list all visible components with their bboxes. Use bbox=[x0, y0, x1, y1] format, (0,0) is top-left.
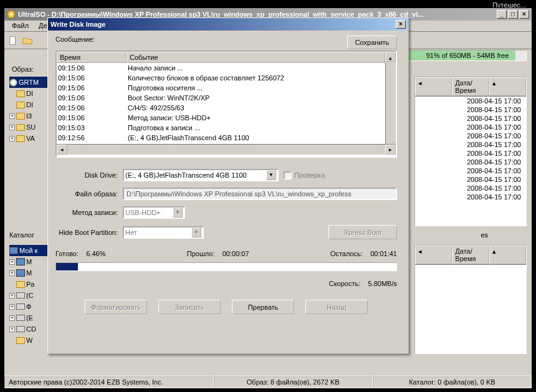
list-item[interactable]: 2008-04-15 17:00 bbox=[415, 131, 526, 140]
expand-icon[interactable]: + bbox=[9, 259, 15, 265]
status-catalog-files: Каталог: 0 файла(ов), 0 KB bbox=[373, 376, 532, 388]
log-listbox[interactable]: Время Событие ▴ 09:15:06Начало записи ..… bbox=[55, 50, 397, 158]
tree-item[interactable]: +(E bbox=[9, 312, 52, 323]
list-item[interactable]: 2008-04-15 17:00 bbox=[415, 184, 526, 193]
es-label-fragment: es bbox=[481, 231, 488, 239]
column-date[interactable]: Дата/Время bbox=[452, 246, 489, 264]
scroll-left-button[interactable]: ◂ bbox=[57, 145, 67, 155]
log-row[interactable]: 09:15:03Подготовка к записи ... bbox=[57, 123, 396, 133]
svg-point-1 bbox=[10, 13, 12, 16]
tree-item[interactable]: +SU bbox=[9, 122, 52, 133]
elapsed-value: 00:00:07 bbox=[223, 250, 249, 257]
dialog-titlebar[interactable]: Write Disk Image × bbox=[48, 18, 408, 31]
minimize-button[interactable]: _ bbox=[497, 10, 507, 19]
toolbar-open-icon[interactable] bbox=[21, 34, 34, 47]
local-tree[interactable]: Мой к +M +M Pa +(C +Ф +(E +CD W bbox=[9, 245, 52, 354]
expand-icon[interactable]: + bbox=[9, 113, 15, 119]
list-item[interactable]: 2008-04-15 17:00 bbox=[415, 140, 526, 149]
log-row[interactable]: 09:15:06Количество блоков в образе соста… bbox=[57, 73, 396, 83]
drive-icon bbox=[16, 304, 25, 310]
write-disk-image-dialog: Write Disk Image × Сообщение: Сохранить … bbox=[47, 17, 409, 354]
list-item[interactable]: 2008-04-15 17:00 bbox=[415, 149, 526, 158]
catalog-label: Каталог bbox=[9, 231, 34, 239]
column-date[interactable]: Дата/Время bbox=[452, 77, 489, 96]
app-icon bbox=[7, 10, 16, 19]
close-button[interactable]: × bbox=[519, 10, 529, 19]
scroll-left[interactable]: ◂ bbox=[415, 77, 452, 96]
scroll-up[interactable]: ▴ bbox=[489, 77, 526, 96]
tree-item[interactable]: DI bbox=[9, 99, 52, 110]
list-item[interactable]: 2008-04-15 17:00 bbox=[415, 114, 526, 123]
image-file-list[interactable]: ◂Дата/Время▴ 2008-04-15 17:002008-04-15 … bbox=[414, 77, 527, 226]
done-label: Готово: bbox=[55, 250, 79, 257]
list-item[interactable]: 2008-04-15 17:00 bbox=[415, 123, 526, 131]
progress-bar bbox=[55, 262, 397, 271]
tree-item[interactable]: +VA bbox=[9, 133, 52, 144]
list-item[interactable]: 2008-04-15 17:00 bbox=[415, 97, 526, 105]
verify-checkbox: Проверка bbox=[284, 171, 325, 179]
scroll-up-button[interactable]: ▴ bbox=[385, 52, 396, 62]
tree-item[interactable]: +(C bbox=[9, 290, 52, 301]
list-item[interactable]: 2008-04-15 17:00 bbox=[415, 166, 526, 175]
drive-icon bbox=[16, 315, 25, 321]
elapsed-label: Прошло: bbox=[187, 250, 215, 257]
list-item[interactable]: 2008-04-15 17:00 bbox=[415, 175, 526, 184]
status-bar: Авторские права (c)2002-2014 EZB Systems… bbox=[4, 376, 532, 388]
column-time[interactable]: Время bbox=[57, 52, 127, 63]
disk-drive-dropdown[interactable]: (E:, 4 GB)JetFlashTranscend 4GB 1100▼ bbox=[123, 169, 279, 181]
log-row[interactable]: 09:15:06Начало записи ... bbox=[57, 63, 396, 73]
expand-icon[interactable]: + bbox=[9, 293, 15, 299]
scroll-right-button[interactable]: ▸ bbox=[385, 145, 396, 155]
local-file-list[interactable]: ◂Дата/Время▴ bbox=[414, 245, 527, 354]
tree-item[interactable]: Pa bbox=[9, 279, 52, 290]
abort-button[interactable]: Прервать bbox=[232, 300, 294, 314]
tree-item[interactable]: +CD bbox=[9, 323, 52, 335]
chevron-down-icon[interactable]: ▼ bbox=[266, 170, 276, 180]
tree-item[interactable]: +M bbox=[9, 267, 52, 279]
expand-icon[interactable]: + bbox=[9, 327, 15, 332]
expand-icon[interactable]: + bbox=[9, 315, 15, 321]
column-event[interactable]: Событие bbox=[127, 52, 385, 63]
remaining-value: 00:01:41 bbox=[370, 250, 397, 257]
cd-drive-icon bbox=[16, 326, 25, 332]
save-button[interactable]: Сохранить bbox=[347, 36, 397, 49]
folder-icon bbox=[16, 90, 25, 97]
image-file-field: D:\Программы\Windows XP Professional sp3… bbox=[123, 188, 397, 200]
expand-icon[interactable]: + bbox=[9, 125, 15, 130]
folder-icon bbox=[16, 281, 25, 288]
log-row[interactable]: 09:12:56(E:, 4 GB)JetFlashTranscend 4GB … bbox=[57, 133, 396, 143]
computer-icon bbox=[9, 247, 18, 254]
tree-root[interactable]: GRTM bbox=[9, 77, 52, 88]
format-button: Форматировать bbox=[85, 300, 147, 314]
tree-item[interactable]: DI bbox=[9, 88, 52, 99]
log-row[interactable]: 09:15:06Подготовка носителя ... bbox=[57, 83, 396, 93]
chevron-down-icon: ▼ bbox=[173, 208, 183, 218]
log-row[interactable]: 09:15:06Boot Sector: WinNT/2K/XP bbox=[57, 93, 396, 103]
folder-icon bbox=[16, 124, 25, 131]
expand-icon[interactable]: + bbox=[9, 136, 15, 141]
list-item[interactable]: 2008-04-15 17:00 bbox=[415, 105, 526, 114]
speed-value: 5.80MB/s bbox=[368, 280, 397, 287]
expand-icon[interactable]: + bbox=[9, 270, 15, 276]
expand-icon[interactable]: + bbox=[9, 304, 15, 310]
image-tree[interactable]: GRTM DI DI +I3 +SU +VA bbox=[9, 77, 52, 226]
scroll-up[interactable]: ▴ bbox=[489, 246, 526, 264]
tree-item[interactable]: W bbox=[9, 335, 52, 346]
chevron-down-icon: ▼ bbox=[191, 227, 201, 237]
toolbar-new-icon[interactable] bbox=[7, 34, 19, 47]
list-item[interactable]: 2008-04-15 17:00 bbox=[415, 193, 526, 201]
maximize-button[interactable]: □ bbox=[508, 10, 518, 19]
tree-item[interactable]: +M bbox=[9, 256, 52, 267]
folder-icon bbox=[16, 102, 25, 108]
scroll-left[interactable]: ◂ bbox=[415, 246, 452, 264]
speed-label: Скорость: bbox=[329, 280, 361, 287]
computer-icon bbox=[16, 269, 25, 277]
dialog-close-button[interactable]: × bbox=[396, 20, 406, 29]
log-row[interactable]: 09:15:06Метод записи: USB-HDD+ bbox=[57, 113, 396, 123]
menu-file[interactable]: Файл bbox=[7, 21, 34, 31]
tree-item[interactable]: +Ф bbox=[9, 301, 52, 312]
list-item[interactable]: 2008-04-15 17:00 bbox=[415, 158, 526, 166]
tree-item[interactable]: +I3 bbox=[9, 110, 52, 122]
log-row[interactable]: 09:15:06C/H/S: 492/255/63 bbox=[57, 103, 396, 113]
local-root[interactable]: Мой к bbox=[9, 245, 52, 256]
